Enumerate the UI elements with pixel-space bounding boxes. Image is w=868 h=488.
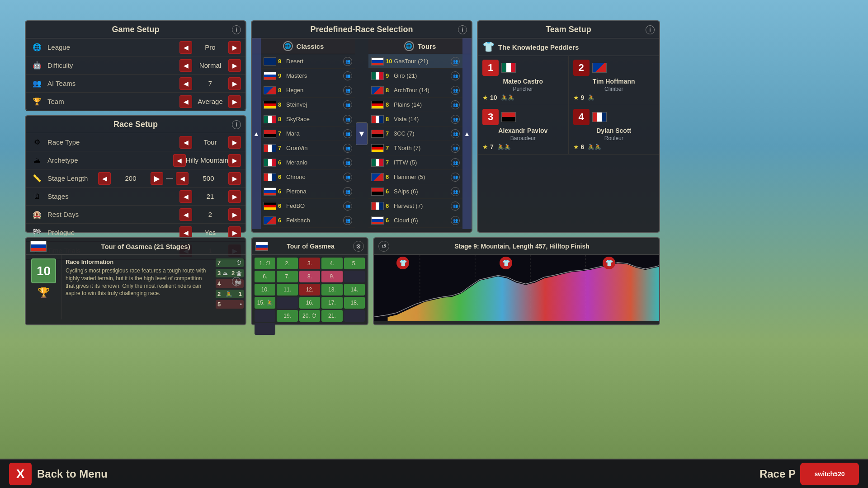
- list-item[interactable]: 8 Hegen 👥: [261, 83, 355, 98]
- league-next-btn[interactable]: ▶: [228, 41, 241, 54]
- race-type-label: Race Type: [47, 138, 179, 146]
- team-next-btn[interactable]: ▶: [228, 95, 241, 108]
- race-info-info-icon[interactable]: i: [232, 277, 241, 286]
- stage-cell-5[interactable]: 5.: [344, 258, 365, 269]
- rider-card-2[interactable]: 2 Tim Hoffmann Climber ★ 9 🚴: [569, 56, 660, 105]
- list-item[interactable]: 7 Mara 👥: [261, 127, 355, 141]
- rider-card-4[interactable]: 4 Dylan Scott Rouleur ★ 6 🚴🚴: [569, 105, 660, 155]
- list-item[interactable]: 6 Harvest (7) 👥: [368, 199, 462, 213]
- difficulty-prev-btn[interactable]: ◀: [179, 59, 192, 72]
- stage-cell-10[interactable]: 10.: [255, 284, 275, 296]
- stage-length-dash-btn[interactable]: ▶: [151, 172, 163, 185]
- list-item[interactable]: 6 Cloud (6) 👥: [368, 213, 462, 228]
- race-setup-info-icon[interactable]: i: [232, 120, 241, 129]
- list-item[interactable]: 7 3CC (7) 👥: [368, 127, 462, 141]
- classics-list: 9 Desert 👥 9 Masters 👥 8 Hegen 👥: [252, 54, 355, 229]
- race-type-prev-btn[interactable]: ◀: [179, 136, 192, 149]
- race-proceed-btn[interactable]: Race P switch520: [760, 463, 859, 485]
- ai-teams-prev-btn[interactable]: ◀: [179, 77, 192, 90]
- stage-profile-panel: ↺ Stage 9: Mountain, Length 457, Hilltop…: [373, 237, 660, 325]
- stage-cell-21[interactable]: 21.: [321, 310, 342, 322]
- list-item[interactable]: 6 Felsbach 👥: [261, 213, 355, 228]
- list-item[interactable]: 8 Vista (14) 👥: [368, 112, 462, 127]
- race-people-icon: 👥: [451, 158, 460, 167]
- stage-cell-13[interactable]: 13.: [321, 284, 342, 296]
- race-people-icon: 👥: [451, 216, 460, 225]
- back-to-menu-btn[interactable]: X Back to Menu: [9, 463, 108, 485]
- stage-length-max-next-btn[interactable]: ▶: [228, 172, 241, 185]
- list-item[interactable]: 6 SAlps (6) 👥: [368, 184, 462, 199]
- bike-icons: 🚴🚴: [588, 144, 601, 150]
- list-item[interactable]: 8 Plains (14) 👥: [368, 98, 462, 112]
- classics-globe-icon: 🌐: [283, 41, 293, 51]
- prologue-label: Prologue: [47, 229, 179, 236]
- list-item[interactable]: 6 Meranio 👥: [261, 155, 355, 170]
- list-item[interactable]: 8 SkyRace 👥: [261, 112, 355, 127]
- list-item[interactable]: 9 Giro (21) 👥: [368, 69, 462, 83]
- stage-cell-9[interactable]: 9.: [321, 271, 342, 282]
- stage-cell-15[interactable]: 15. 🚴: [255, 297, 275, 309]
- race-setup-panel: Race Setup i ⚙ Race Type ◀ Tour ▶ ⛰ Arch…: [25, 115, 246, 233]
- stage-cell-16[interactable]: 16.: [299, 297, 320, 309]
- list-item[interactable]: 6 Pierona 👥: [261, 184, 355, 199]
- cols-scroll-btn[interactable]: ▼: [356, 122, 368, 145]
- stage-length-controls: ◀ 200 ▶ — ◀ 500 ▶: [98, 172, 241, 185]
- race-selection-info-icon[interactable]: i: [458, 25, 467, 34]
- stage-cell-20[interactable]: 20. ⏱: [299, 310, 320, 322]
- stage-cell-19[interactable]: 19.: [277, 310, 297, 322]
- league-prev-btn[interactable]: ◀: [179, 41, 192, 54]
- list-item[interactable]: 7 ITTW (5) 👥: [368, 155, 462, 170]
- stage-cell-17[interactable]: 17.: [321, 297, 342, 309]
- stage-cell-14[interactable]: 14.: [344, 284, 365, 296]
- stage-profile-gear-btn[interactable]: ↺: [378, 241, 389, 252]
- stage-length-min-prev-btn[interactable]: ◀: [98, 172, 111, 185]
- tours-scroll-up-btn[interactable]: ▲: [462, 38, 472, 229]
- stage-cell-1[interactable]: 1. ⏱: [255, 258, 275, 269]
- race-type-next-btn[interactable]: ▶: [228, 136, 241, 149]
- tours-list: 10 GasTour (21) 👥 9 Giro (21) 👥 8 ArchTo…: [368, 54, 472, 229]
- list-item[interactable]: 8 Steinvej 👥: [261, 98, 355, 112]
- stages-next-btn[interactable]: ▶: [228, 190, 241, 203]
- list-item[interactable]: 6 FedBO 👥: [261, 199, 355, 213]
- race-people-icon: 👥: [451, 173, 460, 182]
- rider-card-3[interactable]: 3 Alexandr Pavlov Baroudeur ★ 7 🚴🚴: [478, 105, 569, 155]
- stage-cell-12[interactable]: 12.: [299, 284, 320, 296]
- rest-days-next-btn[interactable]: ▶: [228, 208, 241, 221]
- stage-cell-11[interactable]: 11.: [277, 284, 297, 296]
- stage-cell-18[interactable]: 18.: [344, 297, 365, 309]
- stage-cell-4[interactable]: 4.: [321, 258, 342, 269]
- stage-cell-6[interactable]: 6.: [255, 271, 275, 282]
- list-item[interactable]: 6 Chrono 👥: [261, 170, 355, 184]
- stage-cell-3[interactable]: 3.: [299, 258, 320, 269]
- team-setup-info-icon[interactable]: i: [646, 25, 655, 34]
- list-item[interactable]: 6 Hinter (6) 👥: [368, 228, 462, 229]
- ai-teams-next-btn[interactable]: ▶: [228, 77, 241, 90]
- rest-days-prev-btn[interactable]: ◀: [179, 208, 192, 221]
- game-setup-info-icon[interactable]: i: [232, 25, 241, 34]
- tour-grid-gear-btn[interactable]: ⚙: [353, 241, 364, 252]
- list-item[interactable]: 8 ArchTour (14) 👥: [368, 83, 462, 98]
- list-item[interactable]: 7 GronVin 👥: [261, 141, 355, 155]
- stage-length-max-prev-btn[interactable]: ◀: [176, 172, 189, 185]
- rider-card-1[interactable]: 1 Mateo Castro Puncher ★ 10 🚴🚴: [478, 56, 569, 105]
- rider-3-flag: [501, 112, 516, 122]
- difficulty-next-btn[interactable]: ▶: [228, 59, 241, 72]
- classics-scroll-up-btn[interactable]: ▲: [252, 38, 261, 229]
- list-item[interactable]: 7 TNorth (7) 👥: [368, 141, 462, 155]
- list-item[interactable]: 6 Hammer (5) 👥: [368, 170, 462, 184]
- stage-cell-7[interactable]: 7.: [277, 271, 297, 282]
- rider-2-num-badge: 2: [573, 60, 590, 76]
- list-item[interactable]: 9 Desert 👥: [261, 54, 355, 69]
- archetype-next-btn[interactable]: ▶: [228, 154, 241, 167]
- race-info-flag: [30, 241, 47, 252]
- race-info-panel-title: Tour of Gasmea (21 Stages): [50, 243, 241, 250]
- stages-prev-btn[interactable]: ◀: [179, 190, 192, 203]
- list-item[interactable]: 10 GasTour (21) 👥: [368, 54, 462, 69]
- team-prev-btn[interactable]: ◀: [179, 95, 192, 108]
- stage-cell-2[interactable]: 2.: [277, 258, 297, 269]
- list-item[interactable]: 9 Masters 👥: [261, 69, 355, 83]
- team-setup-header: Team Setup i: [478, 21, 659, 38]
- list-item[interactable]: 6 TTTC 👥: [261, 228, 355, 229]
- stage-cell-8[interactable]: 8.: [299, 271, 320, 282]
- archetype-prev-btn[interactable]: ◀: [173, 154, 186, 167]
